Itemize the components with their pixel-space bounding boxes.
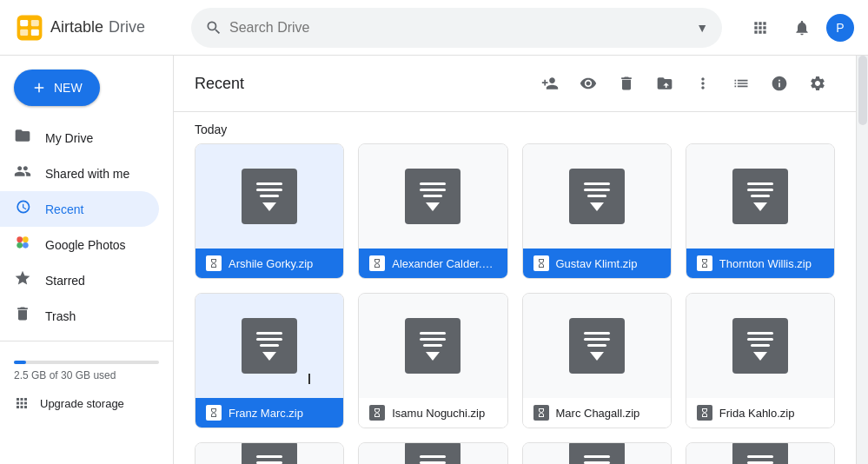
svg-rect-4 xyxy=(31,29,39,35)
file-card-10[interactable] xyxy=(358,442,507,464)
file-thumb-7 xyxy=(523,294,671,398)
line xyxy=(420,189,446,191)
sidebar-item-recent[interactable]: Recent xyxy=(0,191,159,227)
list-view-icon xyxy=(732,75,750,92)
scrollbar-thumb[interactable] xyxy=(858,56,867,125)
topbar-actions: P xyxy=(743,10,854,45)
file-lines-7 xyxy=(581,332,613,347)
upgrade-label: Upgrade storage xyxy=(40,397,124,410)
starred-icon xyxy=(14,269,31,291)
file-card-7[interactable]: Marc Chagall.zip xyxy=(522,293,672,428)
file-name-7: Marc Chagall.zip xyxy=(556,407,640,420)
new-button[interactable]: NEW xyxy=(14,70,100,106)
line xyxy=(747,455,773,458)
file-card-9[interactable] xyxy=(195,442,344,464)
file-info-5: Franz Marc.zip xyxy=(195,398,343,428)
file-card-2[interactable]: Alexander Calder.zi... xyxy=(358,143,507,279)
file-thumb-6 xyxy=(359,294,507,398)
file-name-8: Frida Kahlo.zip xyxy=(719,407,795,420)
file-card-11[interactable] xyxy=(522,442,672,464)
file-icon-large-10 xyxy=(405,442,461,464)
svg-point-5 xyxy=(17,236,23,242)
file-card-3[interactable]: Gustav Klimt.zip xyxy=(522,143,672,279)
file-card-8[interactable]: Frida Kahlo.zip xyxy=(686,293,835,428)
file-lines-5 xyxy=(254,332,285,347)
file-info-7: Marc Chagall.zip xyxy=(523,398,671,428)
file-lines-6 xyxy=(417,332,448,347)
line xyxy=(420,332,446,335)
file-card-6[interactable]: Isamu Noguchi.zip xyxy=(358,293,507,428)
sidebar-item-shared-label: Shared with me xyxy=(45,167,129,181)
file-name-6: Isamu Noguchi.zip xyxy=(392,407,485,420)
file-arrow-6 xyxy=(426,352,440,361)
my-drive-icon xyxy=(14,127,31,149)
sidebar-divider xyxy=(0,341,173,341)
move-to-folder-button[interactable] xyxy=(647,66,682,101)
storage-info: 2.5 GB of 30 GB used xyxy=(0,348,173,388)
folder-move-icon xyxy=(656,75,673,92)
file-icon-large-5 xyxy=(242,318,297,374)
logo-area: Airtable Drive xyxy=(14,12,170,43)
apps-icon-button[interactable] xyxy=(743,10,778,45)
line xyxy=(260,195,279,197)
file-name-1: Arshile Gorky.zip xyxy=(229,257,313,270)
add-person-button[interactable] xyxy=(533,66,567,101)
file-icon-large-8 xyxy=(732,318,788,374)
line xyxy=(747,182,773,185)
delete-button[interactable] xyxy=(609,66,644,101)
line xyxy=(584,455,610,458)
line xyxy=(420,338,446,341)
file-arrow-5 xyxy=(262,352,276,361)
sidebar-item-my-drive[interactable]: My Drive xyxy=(0,120,159,156)
file-icon-large-3 xyxy=(569,169,625,224)
file-sm-icon-2 xyxy=(369,255,385,271)
main-actions xyxy=(533,66,835,101)
storage-bar-background xyxy=(14,361,159,364)
line xyxy=(423,195,442,197)
file-sm-icon-7 xyxy=(533,405,549,421)
file-arrow-2 xyxy=(426,202,440,211)
file-thumb-8 xyxy=(686,294,834,398)
line xyxy=(420,461,446,464)
file-card-12[interactable] xyxy=(686,442,835,464)
line xyxy=(584,338,610,341)
more-options-button[interactable] xyxy=(686,66,720,101)
upgrade-storage-button[interactable]: Upgrade storage xyxy=(0,388,173,418)
settings-button[interactable] xyxy=(800,66,835,101)
file-card-1[interactable]: Arshile Gorky.zip xyxy=(195,143,344,279)
file-thumb-1 xyxy=(195,144,343,249)
line xyxy=(751,195,770,197)
line xyxy=(256,455,282,458)
sidebar-item-google-photos-label: Google Photos xyxy=(45,238,126,252)
file-sm-icon-1 xyxy=(206,255,222,271)
file-thumb-4 xyxy=(686,144,834,249)
main-header: Recent xyxy=(174,56,856,112)
new-button-label: NEW xyxy=(54,81,83,95)
file-card-5[interactable]: Franz Marc.zip xyxy=(195,293,344,428)
search-input[interactable] xyxy=(229,20,689,36)
svg-rect-2 xyxy=(31,20,39,26)
file-thumb-5 xyxy=(195,294,343,398)
sidebar-item-trash[interactable]: Trash xyxy=(0,298,159,334)
view-button[interactable] xyxy=(571,66,606,101)
scrollbar-track[interactable] xyxy=(856,56,868,464)
sidebar-item-google-photos[interactable]: Google Photos xyxy=(0,227,159,262)
storage-bar-fill xyxy=(14,361,26,364)
line xyxy=(584,189,610,191)
file-icon-large-7 xyxy=(569,318,625,374)
notifications-icon-button[interactable] xyxy=(785,10,819,45)
info-button[interactable] xyxy=(762,66,797,101)
line xyxy=(747,189,773,191)
sidebar-item-starred[interactable]: Starred xyxy=(0,262,159,298)
file-icon-large-11 xyxy=(569,442,625,464)
file-lines-8 xyxy=(745,332,776,347)
file-info-3: Gustav Klimt.zip xyxy=(523,249,671,278)
file-info-2: Alexander Calder.zi... xyxy=(359,249,507,278)
file-thumb-12 xyxy=(686,443,834,464)
file-card-4[interactable]: Thornton Willis.zip xyxy=(686,143,835,279)
sidebar-item-shared[interactable]: Shared with me xyxy=(0,156,159,191)
list-view-button[interactable] xyxy=(724,66,759,101)
avatar[interactable]: P xyxy=(826,14,854,42)
file-sm-icon-4 xyxy=(697,255,712,271)
search-bar[interactable]: ▼ xyxy=(191,8,722,48)
